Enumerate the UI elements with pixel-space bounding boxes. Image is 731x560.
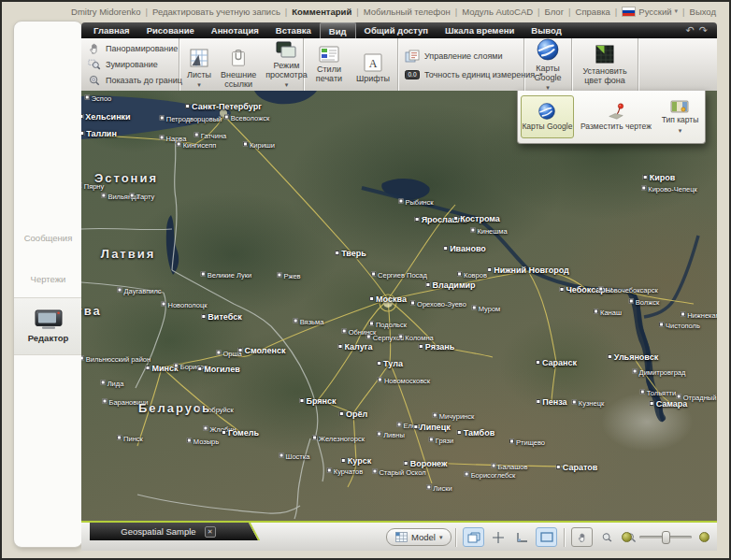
- map-label: Пинск: [117, 435, 143, 443]
- account-user[interactable]: Dmitry Midorenko: [71, 7, 140, 17]
- map-label: Лида: [101, 380, 124, 388]
- flyout-place-drawing-button[interactable]: Разместить чертеж: [576, 95, 656, 138]
- map-label: Борисоглебск: [465, 471, 516, 480]
- sidebar-item-editor-label: Редактор: [28, 333, 69, 343]
- redo-button[interactable]: ↷: [699, 25, 708, 36]
- map-label: Хельсинки: [81, 112, 131, 122]
- map-label: Владимир: [425, 280, 475, 290]
- tab-home[interactable]: Главная: [85, 22, 138, 38]
- map-label: Иваново: [443, 244, 486, 253]
- close-drawing-icon[interactable]: ✕: [205, 526, 216, 538]
- map-label: Витебск: [201, 312, 241, 322]
- tab-view[interactable]: Вид: [320, 22, 356, 38]
- map-label: Тула: [377, 359, 403, 368]
- google-maps-flyout: Карты Google Разместить чертеж Тип карт: [517, 91, 706, 144]
- pan-tool-button[interactable]: Панорамирование: [88, 42, 182, 55]
- external-references-button[interactable]: Внешние ссылки: [217, 38, 260, 92]
- crosshair-button[interactable]: [487, 527, 509, 547]
- tab-timeline[interactable]: Шкала времени: [437, 22, 523, 38]
- drawing-tab[interactable]: Geospatial Sample ✕: [90, 523, 247, 540]
- sheet-toggle-button[interactable]: [463, 527, 484, 547]
- map-label: Сергиев Посад: [371, 271, 427, 280]
- account-link-edit-account[interactable]: Редактировать учетную запись: [152, 7, 280, 17]
- map-label: Новомосковск: [378, 377, 430, 385]
- model-space-selector[interactable]: Model ▾: [386, 528, 452, 546]
- zoom-tool-button[interactable]: Зумирование: [88, 58, 182, 71]
- map-label: Курчатов: [327, 467, 363, 476]
- account-link-help[interactable]: Справка: [576, 7, 610, 17]
- ribbon-panel-layers: Управление слоями 0.0 Точность единиц из…: [398, 38, 524, 91]
- map-label: Кирово-Чепецк: [641, 185, 696, 194]
- account-link-blog[interactable]: Блог: [545, 7, 565, 17]
- map-label: Могилев: [197, 365, 239, 374]
- map-label: Тамбов: [457, 428, 494, 438]
- map-label: Нижний Новгород: [487, 266, 569, 275]
- account-link-mobile[interactable]: Мобильный телефон: [364, 7, 451, 17]
- chevron-icon: ▾: [439, 534, 443, 541]
- map-label: Тольятти: [640, 389, 676, 397]
- map-label: Кингисепп: [177, 141, 217, 150]
- map-label: Муром: [472, 305, 501, 313]
- account-link-comments[interactable]: Комментарий: [292, 7, 351, 17]
- flyout-map-type-button[interactable]: Тип карты ▾: [658, 95, 702, 138]
- map-label: Смоленск: [238, 346, 286, 355]
- set-background-color-button[interactable]: Установить цвет фона: [572, 42, 638, 88]
- zoom-extents-button[interactable]: Показать до границ: [88, 74, 182, 87]
- pan-button[interactable]: [571, 527, 593, 547]
- background-color-icon: [595, 44, 615, 65]
- tab-share[interactable]: Общий доступ: [356, 22, 437, 38]
- zoom-window-button[interactable]: [595, 527, 617, 547]
- map-label: Рыбинск: [398, 198, 433, 207]
- plot-styles-button[interactable]: Стили печати: [308, 44, 351, 86]
- logout-link[interactable]: Выход: [690, 7, 716, 17]
- google-earth-icon: [538, 102, 556, 121]
- map-label: Брянск: [299, 396, 336, 406]
- map-label: Новополоцк: [162, 301, 208, 309]
- map-label: Орехово-Зуево: [410, 300, 466, 309]
- zoom-extents-icon: [88, 74, 101, 87]
- editor-monitor-icon: [35, 309, 63, 330]
- account-link-autocad-module[interactable]: Модуль AutoCAD: [462, 7, 533, 17]
- fonts-button[interactable]: A Шрифты: [352, 44, 394, 86]
- sidebar-item-drawings[interactable]: Чертежи: [14, 274, 82, 284]
- layer-manager-button[interactable]: Управление слоями: [405, 50, 543, 63]
- map-label: Москва: [369, 294, 407, 304]
- sidebar-item-editor[interactable]: Редактор: [14, 297, 82, 355]
- map-label: Волжск: [629, 298, 659, 307]
- undo-button[interactable]: ↶: [686, 25, 695, 36]
- status-bar: Geospatial Sample ✕ Model ▾: [81, 521, 717, 551]
- map-label: Липецк: [413, 423, 450, 432]
- ribbon-panel-styles: Стили печати A Шрифты: [304, 38, 398, 91]
- model-space-label: Model: [411, 532, 436, 542]
- zoom-slider[interactable]: [639, 536, 692, 538]
- flyout-google-maps-button[interactable]: Карты Google: [521, 95, 574, 138]
- layers-icon: [405, 50, 420, 63]
- xref-icon: [229, 48, 248, 68]
- map-label: Ртищево: [509, 438, 545, 447]
- ribbon-panel-sheets: Листы ▾ Внешние ссылки Режим просм: [179, 38, 304, 91]
- precision-icon: 0.0: [405, 70, 420, 79]
- map-label: Отрадный: [677, 394, 717, 402]
- ribbon-panel-navigate: Панорамирование Зумирование: [81, 38, 179, 91]
- plot-styles-icon: [319, 46, 339, 63]
- google-maps-button[interactable]: Карты Google ▾: [524, 36, 571, 94]
- viewport-button[interactable]: [536, 527, 557, 547]
- zoom-out-knob[interactable]: [622, 532, 632, 542]
- zoom-in-knob[interactable]: [699, 532, 710, 542]
- ucs-icon-button[interactable]: [511, 527, 533, 547]
- map-canvas[interactable]: ЭспооХельсинкиТаллинПетродворцовыйСанкт-…: [81, 91, 717, 521]
- map-label: Ливны: [377, 431, 405, 439]
- zoom-slider-thumb[interactable]: [662, 531, 670, 544]
- drawing-tab-label: Geospatial Sample: [121, 526, 195, 537]
- viewport-rect-icon: [540, 532, 553, 542]
- ribbon: Панорамирование Зумирование: [81, 38, 717, 92]
- sheets-button[interactable]: Листы ▾: [183, 38, 215, 92]
- place-drawing-pin-icon: [606, 102, 626, 121]
- map-label: Калуга: [338, 342, 373, 352]
- map-label: Гатчина: [194, 132, 227, 140]
- sidebar-item-messages[interactable]: Сообщения: [14, 233, 82, 243]
- language-selector[interactable]: Русский ▾: [622, 7, 678, 17]
- map-type-icon: [670, 99, 689, 114]
- svg-text:A: A: [369, 57, 378, 70]
- unit-precision-button[interactable]: 0.0 Точность единиц измерения ▾: [405, 70, 543, 79]
